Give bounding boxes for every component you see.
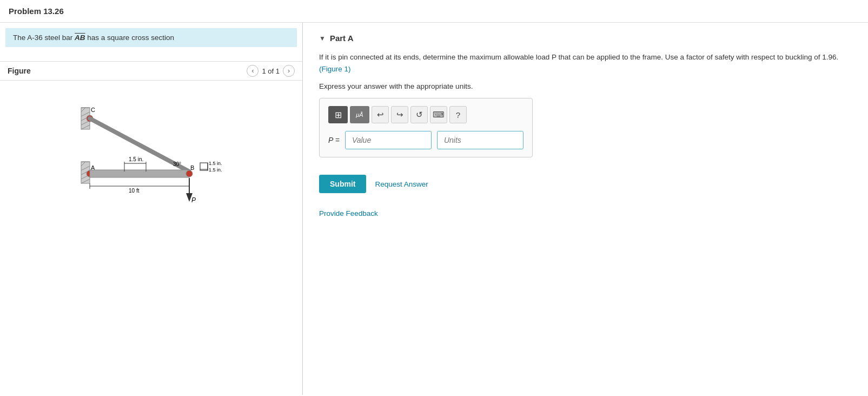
load-p-label: P	[191, 196, 196, 204]
overline-ab: AB	[75, 34, 85, 42]
undo-button[interactable]: ↩	[372, 106, 389, 123]
horizontal-bar	[90, 170, 189, 177]
figure-next-button[interactable]: ›	[283, 65, 295, 77]
problem-text: The A-36 steel bar AB has a square cross…	[5, 28, 297, 47]
help-button[interactable]: ?	[449, 106, 467, 123]
grid-button[interactable]: ⊞	[328, 106, 348, 123]
unit-button[interactable]: μÅ	[350, 106, 369, 123]
figure-label: Figure	[8, 67, 31, 75]
request-answer-link[interactable]: Request Answer	[375, 180, 428, 188]
right-panel: ▼ Part A If it is pin connected at its e…	[303, 23, 868, 395]
keyboard-button[interactable]: ⌨	[430, 106, 447, 123]
figure-prev-button[interactable]: ‹	[247, 65, 259, 77]
part-description: If it is pin connected at its ends, dete…	[319, 51, 852, 75]
part-label: Part A	[330, 34, 354, 43]
redo-button[interactable]: ↪	[391, 106, 408, 123]
cross-1.5in-top: 1.5 in.	[209, 161, 222, 166]
pin-b	[186, 170, 193, 177]
left-panel: The A-36 steel bar AB has a square cross…	[0, 23, 303, 395]
figure-header: Figure ‹ 1 of 1 ›	[0, 61, 302, 81]
input-row: P =	[328, 131, 524, 149]
figure-page: 1 of 1	[262, 67, 280, 75]
value-input[interactable]	[345, 131, 432, 149]
answer-box: ⊞ μÅ ↩ ↪ ↺ ⌨ ? P =	[319, 98, 533, 157]
figure-nav: ‹ 1 of 1 ›	[247, 65, 295, 77]
part-arrow-icon: ▼	[319, 35, 326, 42]
figure-ref-link[interactable]: (Figure 1)	[319, 65, 351, 73]
figure-diagram: C A	[70, 91, 233, 210]
figure-section: Figure ‹ 1 of 1 ›	[0, 61, 302, 395]
cross-1.5in-bot: 1.5 in.	[209, 167, 222, 173]
units-input[interactable]	[437, 131, 524, 149]
p-label: P =	[328, 136, 340, 144]
label-b: B	[190, 164, 194, 171]
express-line: Express your answer with the appropriate…	[319, 82, 852, 90]
part-header: ▼ Part A	[319, 34, 852, 43]
page-title: Problem 13.26	[0, 0, 868, 23]
submit-button[interactable]: Submit	[319, 175, 366, 193]
action-row: Submit Request Answer	[319, 175, 852, 193]
refresh-button[interactable]: ↺	[410, 106, 428, 123]
dim-10ft-label: 10 ft	[129, 188, 140, 194]
dim-1.5in-label: 1.5 in.	[129, 156, 143, 162]
figure-canvas: C A	[0, 81, 302, 221]
label-c: C	[91, 107, 95, 113]
provide-feedback-link[interactable]: Provide Feedback	[319, 209, 852, 217]
toolbar: ⊞ μÅ ↩ ↪ ↺ ⌨ ?	[328, 106, 524, 123]
angle-label: 30°	[173, 161, 181, 167]
